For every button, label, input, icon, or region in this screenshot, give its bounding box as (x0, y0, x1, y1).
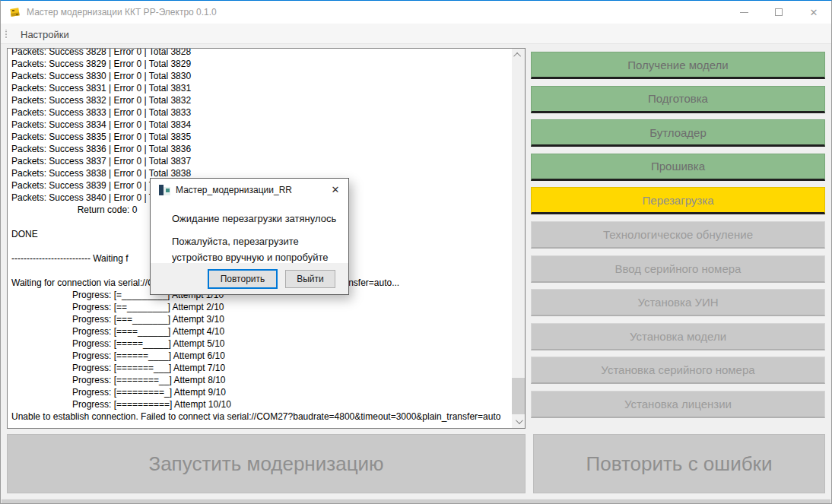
dialog-exit-button[interactable]: Выйти (285, 270, 335, 288)
scroll-down-button[interactable] (512, 415, 525, 428)
log-line: Packets: Success 3837 | Error 0 | Total … (11, 155, 512, 167)
log-line: Packets: Success 3832 | Error 0 | Total … (11, 94, 512, 106)
start-modernization-button[interactable]: Запустить модернизацию (7, 434, 526, 493)
log-line: Progress: [========__] Attempt 8/10 (11, 374, 512, 386)
dialog-message-primary: Ожидание перезагрузки затянулось (172, 213, 336, 224)
dialog-app-icon (159, 185, 170, 195)
dialog-title-bar: Мастер_модернизации_RR ✕ (151, 179, 348, 201)
scroll-up-button[interactable] (512, 49, 525, 62)
log-line: Packets: Success 3835 | Error 0 | Total … (11, 131, 512, 143)
chevron-up-icon (513, 52, 521, 60)
chevron-down-icon (516, 417, 523, 424)
window-bottom-edge (2, 499, 830, 503)
maximize-button[interactable] (761, 1, 796, 24)
app-icon (9, 6, 21, 18)
menu-item-settings[interactable]: Настройки (16, 27, 74, 42)
retry-from-error-button[interactable]: Повторить с ошибки (533, 434, 825, 493)
minimize-button[interactable] (726, 1, 761, 24)
toolstrip-grip[interactable] (5, 29, 7, 39)
step-button[interactable]: Перезагрузка (531, 187, 825, 214)
step-button[interactable]: Установка УИН (531, 289, 825, 316)
log-line: Packets: Success 3828 | Error 0 | Total … (11, 48, 512, 58)
step-button[interactable]: Установка серийного номера (531, 357, 825, 384)
dialog-button-strip: Повторить Выйти (151, 263, 348, 294)
maximize-icon (775, 8, 783, 16)
step-button[interactable]: Ввод серийного номера (531, 255, 825, 283)
log-line: Progress: [=========_] Attempt 9/10 (11, 386, 512, 398)
log-line: Progress: [====______] Attempt 4/10 (11, 325, 512, 338)
dialog-retry-button[interactable]: Повторить (208, 269, 278, 289)
app-window: Мастер модернизации ККТ РР-Электро 0.1.0… (0, 0, 832, 504)
dialog-close-icon: ✕ (332, 184, 340, 195)
log-line: Progress: [==========] Attempt 10/10 (11, 398, 512, 410)
log-line: Progress: [==________] Attempt 2/10 (11, 301, 512, 313)
step-button[interactable]: Технологическое обнуление (531, 221, 825, 249)
dialog-close-button[interactable]: ✕ (322, 179, 348, 200)
title-bar: Мастер модернизации ККТ РР-Электро 0.1.0… (1, 1, 831, 24)
step-button[interactable]: Прошивка (531, 154, 825, 181)
menu-bar: Настройки (1, 24, 831, 44)
log-line: Progress: [=======___] Attempt 7/10 (11, 362, 512, 374)
step-button[interactable]: Бутлоадер (531, 119, 825, 147)
close-button[interactable]: ✕ (796, 1, 831, 24)
reboot-timeout-dialog: Мастер_модернизации_RR ✕ Ожидание переза… (150, 178, 349, 295)
scrollbar-thumb[interactable] (512, 378, 525, 414)
log-line: Packets: Success 3830 | Error 0 | Total … (11, 70, 512, 82)
step-button[interactable]: Получение модели (531, 52, 825, 79)
step-button[interactable]: Установка лицензии (531, 391, 825, 418)
log-line: Progress: [=====_____] Attempt 5/10 (11, 338, 512, 350)
log-line: Packets: Success 3833 | Error 0 | Total … (11, 106, 512, 119)
minimize-icon (740, 12, 748, 13)
log-line: Packets: Success 3836 | Error 0 | Total … (11, 143, 512, 155)
close-icon: ✕ (810, 8, 818, 17)
dialog-title: Мастер_модернизации_RR (176, 185, 292, 195)
step-button[interactable]: Установка модели (531, 323, 825, 350)
log-line: Progress: [===_______] Attempt 3/10 (11, 313, 512, 325)
step-button[interactable]: Подготовка (531, 86, 825, 113)
step-button-column: Получение моделиПодготовкаБутлоадерПроши… (531, 52, 825, 418)
log-scrollbar[interactable] (512, 49, 525, 428)
log-line: Packets: Success 3829 | Error 0 | Total … (11, 58, 512, 70)
log-line: Progress: [======____] Attempt 6/10 (11, 350, 512, 362)
log-line: Packets: Success 3831 | Error 0 | Total … (11, 82, 512, 94)
log-line: Packets: Success 3834 | Error 0 | Total … (11, 119, 512, 131)
window-title: Мастер модернизации ККТ РР-Электро 0.1.0 (27, 7, 217, 17)
log-line: Unable to establish connection. Failed t… (11, 410, 512, 423)
